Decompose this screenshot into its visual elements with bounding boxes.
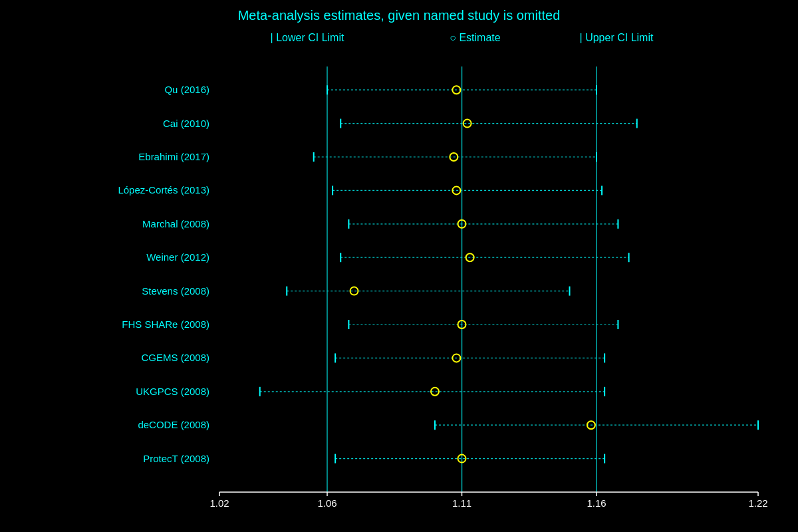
- svg-text:○ Estimate: ○ Estimate: [450, 32, 500, 43]
- svg-text:López-Cortés (2013): López-Cortés (2013): [118, 184, 209, 196]
- svg-text:Stevens (2008): Stevens (2008): [142, 285, 209, 297]
- svg-text:deCODE (2008): deCODE (2008): [138, 419, 209, 430]
- svg-text:| Lower CI Limit: | Lower CI Limit: [271, 32, 344, 43]
- svg-text:Qu (2016): Qu (2016): [164, 84, 209, 95]
- svg-text:Meta-analysis estimates, given: Meta-analysis estimates, given named stu…: [238, 8, 561, 23]
- svg-text:Cai (2010): Cai (2010): [163, 118, 209, 129]
- svg-text:1.16: 1.16: [587, 497, 606, 509]
- forest-plot-svg: Meta-analysis estimates, given named stu…: [0, 0, 798, 532]
- svg-text:Marchal (2008): Marchal (2008): [142, 218, 209, 229]
- svg-text:1.11: 1.11: [452, 497, 471, 509]
- svg-text:| Upper CI Limit: | Upper CI Limit: [580, 32, 654, 43]
- svg-text:UKGPCS (2008): UKGPCS (2008): [136, 386, 209, 397]
- svg-text:1.06: 1.06: [317, 497, 336, 509]
- svg-text:Weiner (2012): Weiner (2012): [146, 251, 209, 263]
- svg-text:FHS SHARe (2008): FHS SHARe (2008): [122, 319, 209, 330]
- svg-text:Ebrahimi (2017): Ebrahimi (2017): [138, 151, 209, 162]
- svg-text:1.02: 1.02: [209, 497, 229, 509]
- svg-text:1.22: 1.22: [748, 497, 767, 509]
- svg-text:CGEMS (2008): CGEMS (2008): [141, 352, 209, 363]
- svg-text:ProtecT (2008): ProtecT (2008): [143, 453, 209, 464]
- chart-container: Meta-analysis estimates, given named stu…: [0, 0, 798, 532]
